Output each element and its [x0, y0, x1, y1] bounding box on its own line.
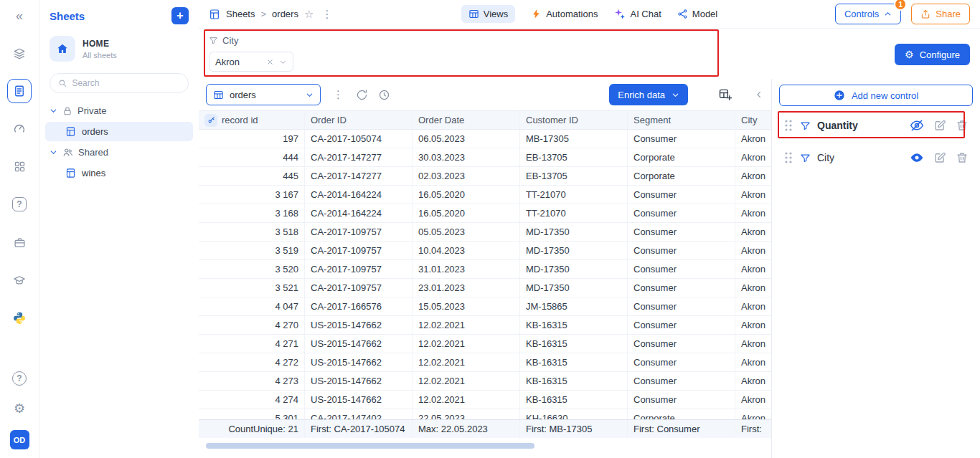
- table-cell: 4 270: [199, 316, 305, 334]
- section-private[interactable]: Private: [39, 100, 199, 121]
- table-cell: Akron: [735, 391, 771, 409]
- favorite-star-icon[interactable]: ☆: [304, 8, 314, 21]
- control-row-quantity[interactable]: Quantity: [779, 113, 973, 138]
- add-new-control-button[interactable]: Add new control: [779, 85, 973, 106]
- lightning-icon: [531, 9, 542, 19]
- summary-cell: First: Consumer: [628, 420, 735, 438]
- collapse-panel-icon[interactable]: [754, 90, 764, 100]
- controls-button-label: Controls: [844, 9, 879, 19]
- collapse-sidebar-button[interactable]: «: [11, 7, 28, 24]
- kebab-menu-icon[interactable]: ⋮: [331, 88, 346, 101]
- eye-icon[interactable]: [910, 151, 924, 165]
- table-cell: 16.05.2020: [413, 204, 520, 222]
- edit-icon[interactable]: [933, 119, 946, 132]
- column-header-city[interactable]: City: [735, 111, 771, 129]
- table-row[interactable]: 197CA-2017-10507406.05.2023MB-17305Consu…: [199, 130, 771, 148]
- table-cell: 10.04.2023: [413, 242, 520, 259]
- history-clock-icon[interactable]: [378, 89, 390, 101]
- content-row: orders ⋮ Enrich data: [199, 79, 980, 458]
- rail-item-guide[interactable]: ?: [11, 196, 28, 213]
- column-header-order-date[interactable]: Order Date: [413, 111, 520, 129]
- section-shared[interactable]: Shared: [39, 142, 199, 163]
- table-row[interactable]: 3 521CA-2017-10975723.01.2023MD-17350Con…: [199, 279, 771, 297]
- table-row[interactable]: 3 518CA-2017-10975705.05.2023MD-17350Con…: [199, 223, 771, 242]
- tab-ai-chat[interactable]: AI Chat: [613, 8, 661, 20]
- rail-item-support[interactable]: ?: [11, 370, 28, 387]
- table-body: 197CA-2017-10507406.05.2023MB-17305Consu…: [199, 130, 771, 419]
- table-row[interactable]: 4 270US-2015-14766212.02.2021KB-16315Con…: [199, 316, 771, 335]
- table-row[interactable]: 3 520CA-2017-10975731.01.2023MD-17350Con…: [199, 260, 771, 279]
- column-header-segment[interactable]: Segment: [628, 111, 735, 129]
- table-row[interactable]: 4 273US-2015-14766212.02.2021KB-16315Con…: [199, 372, 771, 391]
- trash-icon[interactable]: [956, 119, 969, 132]
- table-cell: US-2015-147662: [305, 391, 413, 409]
- table-row[interactable]: 4 271US-2015-14766212.02.2021KB-16315Con…: [199, 335, 771, 353]
- rail-item-dashboards[interactable]: [11, 120, 28, 137]
- table-row[interactable]: 4 272US-2015-14766212.02.2021KB-16315Con…: [199, 353, 771, 372]
- rail-item-settings[interactable]: ⚙: [11, 400, 28, 417]
- rail-item-apps[interactable]: [11, 158, 28, 175]
- drag-handle-icon[interactable]: [783, 151, 793, 164]
- refresh-icon[interactable]: [356, 89, 368, 101]
- chevron-down-icon: [672, 91, 679, 99]
- table-cell: Consumer: [628, 242, 735, 259]
- drag-handle-icon[interactable]: [783, 119, 793, 132]
- table-row[interactable]: 444CA-2017-14727730.03.2023EB-13705Corpo…: [199, 148, 771, 167]
- table-cell: Akron: [735, 260, 771, 278]
- table-row[interactable]: 4 047CA-2017-16657615.05.2023JM-15865Con…: [199, 297, 771, 316]
- add-column-icon[interactable]: [718, 87, 732, 102]
- gear-icon: ⚙: [905, 49, 914, 59]
- user-avatar[interactable]: OD: [10, 430, 29, 449]
- tab-model[interactable]: Model: [677, 9, 717, 19]
- sheet-selector[interactable]: orders: [206, 84, 321, 105]
- search-input[interactable]: [72, 78, 180, 88]
- city-filter-select[interactable]: Akron: [209, 52, 293, 72]
- share-button[interactable]: Share: [911, 4, 970, 24]
- trash-icon[interactable]: [956, 151, 969, 164]
- grid-icon: [14, 161, 26, 173]
- sidebar-item-orders[interactable]: orders: [45, 122, 193, 141]
- rail-item-python[interactable]: [11, 310, 28, 327]
- rail-item-learn[interactable]: [11, 272, 28, 289]
- enrich-data-button[interactable]: Enrich data: [609, 84, 688, 105]
- rail-item-workspace[interactable]: [11, 234, 28, 251]
- table-cell: CA-2017-147277: [305, 167, 413, 185]
- configure-button[interactable]: ⚙ Configure: [895, 44, 970, 65]
- table-cell: Consumer: [628, 130, 735, 148]
- table-row[interactable]: 3 519CA-2017-10975710.04.2023MD-17350Con…: [199, 242, 771, 260]
- breadcrumb-root[interactable]: Sheets: [226, 9, 255, 19]
- table-cell: KB-16315: [520, 335, 628, 353]
- question-glyph: ?: [17, 199, 22, 209]
- sheet-selector-value: orders: [230, 90, 300, 100]
- table-cell: US-2015-147662: [305, 316, 413, 334]
- table-cell: 12.02.2021: [413, 335, 520, 353]
- controls-button[interactable]: Controls 1: [835, 4, 901, 24]
- table-cell: Consumer: [628, 204, 735, 222]
- table-cell: EB-13705: [520, 148, 628, 166]
- table-cell: US-2015-147662: [305, 353, 413, 371]
- sidebar-item-wines[interactable]: wines: [45, 163, 193, 183]
- column-header-order-id[interactable]: Order ID: [305, 111, 413, 129]
- table-cell: Corporate: [628, 167, 735, 185]
- table-row[interactable]: 4 274US-2015-14766212.02.2021KB-16315Con…: [199, 391, 771, 409]
- eye-off-icon[interactable]: [910, 118, 924, 133]
- control-row-city[interactable]: City: [779, 145, 973, 171]
- kebab-menu-icon[interactable]: ⋮: [319, 8, 334, 21]
- rail-item-sheets[interactable]: [7, 79, 32, 103]
- table-row[interactable]: 3 168CA-2014-16422416.05.2020TT-21070Con…: [199, 204, 771, 223]
- table-row[interactable]: 445CA-2017-14727702.03.2023EB-13705Corpo…: [199, 167, 771, 186]
- horizontal-scrollbar[interactable]: [206, 443, 534, 449]
- clear-filter-icon[interactable]: [266, 58, 274, 66]
- table-row[interactable]: 3 167CA-2014-16422416.05.2020TT-21070Con…: [199, 186, 771, 204]
- edit-icon[interactable]: [933, 151, 946, 164]
- add-sheet-button[interactable]: +: [171, 7, 189, 24]
- sidebar-item-home[interactable]: HOME All sheets: [39, 30, 199, 67]
- tab-automations[interactable]: Automations: [531, 9, 598, 19]
- column-header-customer-id[interactable]: Customer ID: [520, 111, 628, 129]
- table-row[interactable]: 5 301CA-2017-14740222.05.2023KH-16630Cor…: [199, 409, 771, 419]
- rail-item-datasets[interactable]: [11, 45, 28, 62]
- tab-views[interactable]: Views: [461, 5, 515, 23]
- chevron-down-icon: [306, 91, 314, 99]
- chevron-down-icon[interactable]: [279, 58, 287, 66]
- column-header-record-id[interactable]: record id: [199, 111, 305, 129]
